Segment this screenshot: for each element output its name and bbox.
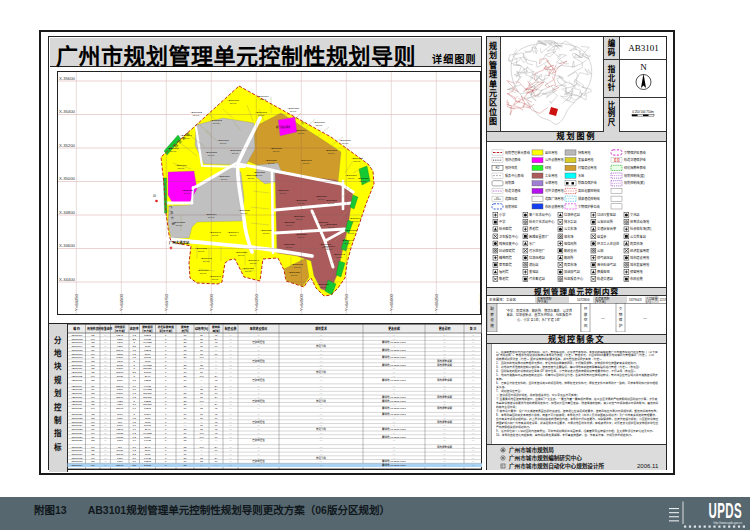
svg-text:—: — [184, 424, 187, 427]
svg-text:Y=63750: Y=63750 [163, 293, 168, 311]
svg-text:—: — [229, 435, 232, 438]
svg-text:0: 0 [165, 449, 167, 452]
svg-text:穗规地 07-2006-0001: 穗规地 07-2006-0001 [382, 347, 406, 351]
svg-text:—: — [472, 428, 475, 431]
svg-text:R2 2.5: R2 2.5 [192, 114, 199, 116]
svg-text:—: — [472, 435, 475, 438]
svg-text:—: — [184, 420, 187, 423]
svg-text:—: — [200, 439, 203, 442]
svg-text:燃气调压站: 燃气调压站 [597, 254, 614, 259]
svg-text:—: — [393, 420, 396, 423]
svg-text:AB310110: AB310110 [71, 367, 83, 370]
svg-text:9230: 9230 [117, 403, 123, 406]
svg-text:Y=63500: Y=63500 [118, 293, 123, 311]
svg-text:—: — [257, 449, 260, 452]
svg-text:30: 30 [184, 367, 187, 370]
svg-text:M1: M1 [91, 445, 95, 448]
svg-text:AB310106: AB310106 [71, 352, 83, 355]
svg-text:—: — [229, 345, 232, 348]
svg-text:—: — [472, 399, 475, 402]
svg-text:电信局所: 电信局所 [564, 240, 578, 245]
svg-text:—: — [229, 384, 232, 387]
svg-text:—: — [104, 460, 107, 463]
svg-text:—: — [472, 413, 475, 416]
svg-text:—: — [443, 417, 446, 420]
svg-text:—: — [215, 453, 218, 456]
svg-text:0: 0 [165, 395, 167, 398]
svg-text:8: 8 [134, 363, 136, 366]
svg-text:0: 0 [165, 453, 167, 456]
svg-text:用地性质: 用地性质 [86, 326, 99, 331]
svg-text:居委会: 居委会 [597, 233, 607, 238]
svg-text:垃圾压缩站: 垃圾压缩站 [529, 254, 546, 259]
svg-text:—: — [443, 424, 446, 427]
svg-text:64938: 64938 [144, 337, 152, 340]
svg-text:—: — [104, 359, 107, 362]
svg-text:间: 间 [584, 323, 588, 328]
svg-text:—: — [229, 359, 232, 362]
svg-text:—: — [104, 453, 107, 456]
svg-text:绿地率(%): 绿地率(%) [194, 326, 208, 331]
svg-text:140: 140 [199, 435, 204, 438]
svg-text:综合医院: 综合医院 [499, 226, 513, 231]
svg-text:6738: 6738 [145, 420, 151, 423]
svg-text:—: — [257, 453, 260, 456]
svg-text:194528: 194528 [143, 388, 152, 391]
svg-text:35: 35 [184, 435, 187, 438]
svg-text:穗规地 07-2006-0001: 穗规地 07-2006-0001 [382, 355, 406, 359]
svg-text:—: — [472, 420, 475, 423]
svg-text:2.5: 2.5 [132, 464, 136, 467]
svg-text:U1: U1 [91, 388, 95, 391]
svg-text:—: — [393, 388, 396, 391]
svg-text:小学: 小学 [499, 212, 505, 217]
svg-text:AB310116: AB310116 [71, 392, 83, 395]
svg-text:0: 0 [165, 431, 167, 434]
svg-text:M1: M1 [91, 420, 95, 423]
svg-text:—: — [200, 453, 203, 456]
svg-text:—: — [320, 363, 323, 366]
svg-text:—: — [257, 413, 260, 416]
svg-text:—: — [229, 456, 232, 459]
svg-text:—: — [472, 445, 475, 448]
svg-text:60: 60 [215, 449, 218, 452]
svg-text:—: — [229, 460, 232, 463]
svg-text:—: — [443, 460, 446, 463]
svg-text:3906: 3906 [117, 413, 123, 416]
svg-text:—: — [472, 367, 475, 370]
svg-text:—: — [104, 431, 107, 434]
svg-text:—: — [200, 420, 203, 423]
svg-text:8862: 8862 [117, 352, 123, 355]
svg-text:—: — [443, 356, 446, 359]
svg-text:—: — [104, 388, 107, 391]
svg-text:—: — [200, 384, 203, 387]
svg-text:预留用地: 预留用地 [630, 269, 644, 274]
svg-text:10292: 10292 [144, 333, 152, 336]
svg-text:6330: 6330 [117, 456, 123, 459]
svg-text:—: — [229, 395, 232, 398]
svg-text:AB310103: AB310103 [71, 341, 83, 344]
svg-text:30: 30 [200, 348, 203, 351]
svg-text:AB310123: AB310123 [71, 420, 83, 423]
svg-text:—: — [104, 356, 107, 359]
svg-text:—: — [257, 395, 260, 398]
svg-text:—: — [215, 371, 218, 374]
svg-text:R2 2.5: R2 2.5 [177, 167, 184, 169]
svg-text:2.5: 2.5 [132, 371, 136, 374]
svg-text:R2 2.5: R2 2.5 [267, 162, 274, 164]
svg-text:60: 60 [215, 460, 218, 463]
svg-text:用地调整说明: 用地调整说明 [437, 406, 453, 410]
svg-text:M1: M1 [91, 431, 95, 434]
svg-text:1248: 1248 [117, 359, 123, 362]
svg-text:—: — [393, 392, 396, 395]
svg-text:Y=65250: Y=65250 [433, 293, 438, 311]
svg-text:铁路及保护线: 铁路及保护线 [578, 180, 597, 185]
svg-text:—: — [443, 453, 446, 456]
svg-text:—: — [472, 337, 475, 340]
svg-text:—: — [472, 449, 475, 452]
svg-text:—: — [229, 428, 232, 431]
svg-text:邮政支局: 邮政支局 [564, 247, 577, 252]
svg-text:AB310105: AB310105 [71, 348, 83, 351]
svg-text:0: 0 [165, 378, 167, 381]
svg-text:Y=65500: Y=65500 [478, 293, 479, 311]
svg-text:—: — [443, 348, 446, 351]
